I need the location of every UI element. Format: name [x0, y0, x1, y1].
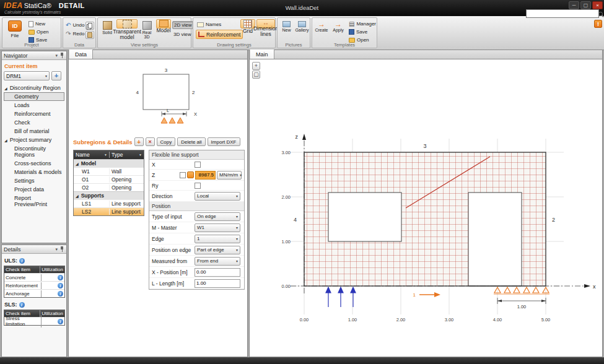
z-unit-select[interactable]: MN/m/m ▾ — [217, 171, 242, 180]
zoom-window-button[interactable]: ▢ — [252, 71, 260, 79]
table-row-ls1[interactable]: LS1 Line support — [74, 199, 144, 207]
copy-button[interactable] — [85, 22, 94, 30]
sls-info-icon[interactable]: i — [19, 302, 25, 308]
edge-select[interactable]: 1 ▾ — [195, 235, 240, 243]
opening-o1[interactable] — [328, 193, 401, 241]
z-checkbox[interactable] — [180, 172, 186, 178]
tab-main[interactable]: Main — [250, 50, 274, 59]
master-select[interactable]: W1 ▾ — [195, 223, 240, 232]
search-input[interactable] — [527, 11, 598, 17]
column-header-type[interactable]: Type ▼ — [110, 152, 144, 158]
picture-new-button[interactable]: New — [279, 19, 294, 43]
table-row-w1[interactable]: W1 Wall — [74, 167, 144, 175]
reinforcement-button[interactable]: Reinforcement — [196, 30, 243, 39]
import-dxf-button[interactable]: Import DXF — [208, 137, 240, 146]
names-button[interactable]: Names — [196, 20, 222, 28]
tree-section-discontinuity-region[interactable]: ◢ Discontinuity Region — [4, 84, 64, 92]
x-checkbox[interactable] — [195, 162, 201, 168]
column-header-name[interactable]: Name ▼ — [74, 152, 110, 158]
dimension-lines-button[interactable]: ↔ Dimension lines — [256, 19, 275, 28]
minimize-button[interactable]: ─ — [569, 1, 579, 9]
table-row[interactable]: Reinforcement i — [4, 281, 64, 289]
close-button[interactable]: × — [592, 1, 603, 9]
model-button[interactable]: Model — [156, 19, 171, 28]
zoom-fit-button[interactable]: + — [252, 62, 260, 70]
nav-item-project-data[interactable]: Project data — [4, 185, 64, 194]
position-on-edge-select[interactable]: Part of edge ▾ — [195, 246, 240, 254]
copy-subregion-button[interactable]: Copy — [157, 137, 176, 146]
row-name: O1 — [74, 176, 110, 183]
result-info-icon[interactable]: i — [58, 291, 63, 297]
nav-item-discontinuity-regions[interactable]: Discontinuity Regions — [4, 144, 64, 159]
nav-item-loads[interactable]: Loads — [4, 101, 64, 110]
load-arrow[interactable]: 1 — [413, 292, 440, 298]
details-pin-icon[interactable] — [59, 246, 64, 252]
new-file-icon — [28, 21, 33, 27]
template-save-button[interactable]: Save — [348, 28, 377, 36]
paste-button[interactable] — [85, 31, 94, 39]
x-position-input[interactable] — [195, 268, 240, 277]
nav-item-bill-of-material[interactable]: Bill of material — [4, 127, 64, 136]
table-row-o1[interactable]: O1 Opening — [74, 175, 144, 183]
template-create-button[interactable]: → Create — [313, 19, 330, 43]
stiffness-lock-icon[interactable] — [187, 171, 194, 178]
open-project-button[interactable]: Open — [27, 28, 50, 36]
table-row-ls2-selected[interactable]: LS2 Line support — [74, 207, 144, 215]
feedback-button[interactable]: ! — [594, 20, 602, 28]
direction-select[interactable]: Local ▾ — [195, 192, 240, 201]
table-row[interactable]: Stress limitation i — [4, 317, 64, 325]
result-info-icon[interactable]: i — [58, 319, 63, 324]
line-support-ls1-arrows[interactable] — [326, 287, 356, 307]
result-info-icon[interactable]: i — [58, 275, 63, 280]
line-support-ls2-triangles[interactable] — [494, 287, 549, 294]
template-apply-button[interactable]: → Apply — [331, 19, 346, 43]
measured-from-select[interactable]: From end ▾ — [195, 257, 240, 266]
search-icon[interactable] — [598, 12, 603, 16]
template-manager-button[interactable]: ▤ Manager — [348, 20, 377, 28]
group-row-supports[interactable]: ◢ Supports — [74, 191, 144, 199]
undo-button[interactable]: ↶ Undo — [64, 21, 86, 29]
table-row[interactable]: Concrete i — [4, 273, 64, 281]
transparent-model-button[interactable]: Transparent model — [116, 19, 138, 28]
redo-button[interactable]: ↷ Redo — [64, 30, 86, 38]
nav-item-check[interactable]: Check — [4, 118, 64, 127]
details-menu-icon[interactable]: ▾ — [55, 247, 58, 252]
gallery-button[interactable]: Gallery — [295, 19, 309, 43]
table-row-o2[interactable]: O2 Opening — [74, 183, 144, 191]
table-row[interactable]: Anchorage i — [4, 289, 64, 297]
nav-item-report-preview[interactable]: Report Preview/Print — [4, 194, 64, 209]
nav-item-materials-models[interactable]: Materials & models — [4, 168, 64, 176]
add-region-button[interactable]: + — [51, 71, 61, 80]
nav-item-settings[interactable]: Settings — [4, 176, 64, 185]
z-stiffness-input[interactable] — [195, 171, 216, 180]
delete-subregion-button[interactable]: × — [146, 137, 155, 146]
opening-o2[interactable] — [468, 193, 522, 286]
add-subregion-button[interactable]: + — [134, 137, 144, 146]
navigator-pin-icon[interactable] — [59, 53, 64, 58]
current-item-select[interactable]: DRM1 ▾ — [4, 71, 50, 80]
view-2d-button[interactable]: 2D view — [172, 21, 193, 29]
tab-data[interactable]: Data — [69, 50, 93, 59]
main-drawing-panel[interactable]: + ▢ 3 4 2 — [249, 59, 603, 357]
delete-all-button[interactable]: Delete all — [177, 137, 205, 146]
new-project-button[interactable]: New — [27, 20, 46, 28]
length-input[interactable] — [195, 279, 240, 288]
uls-info-icon[interactable]: i — [19, 258, 25, 264]
file-button[interactable]: ID File — [6, 19, 24, 45]
nav-item-reinforcement[interactable]: Reinforcement — [4, 110, 64, 118]
maximize-button[interactable]: ▢ — [580, 1, 591, 9]
filter-icon[interactable]: ▼ — [104, 153, 107, 157]
search-box[interactable] — [526, 9, 599, 18]
nav-item-geometry[interactable]: Geometry — [4, 92, 64, 101]
type-of-input-select[interactable]: On edge ▾ — [195, 212, 240, 221]
nav-item-cross-sections[interactable]: Cross-sections — [4, 159, 64, 168]
result-info-icon[interactable]: i — [58, 283, 63, 288]
tree-section-project-summary[interactable]: ◢ Project summary — [4, 136, 64, 144]
filter-icon[interactable]: ▼ — [139, 153, 142, 157]
view-3d-button[interactable]: 3D view — [172, 30, 193, 38]
group-row-model[interactable]: ◢ Model — [74, 159, 144, 167]
wall-drawing-canvas[interactable]: 3 4 2 z x 3.00 2.00 1.00 0.00 0.00 1.00 … — [251, 69, 602, 353]
ry-checkbox[interactable] — [195, 183, 201, 189]
navigator-menu-icon[interactable]: ▾ — [55, 53, 58, 58]
real3d-button[interactable]: Real 3D — [139, 19, 155, 43]
